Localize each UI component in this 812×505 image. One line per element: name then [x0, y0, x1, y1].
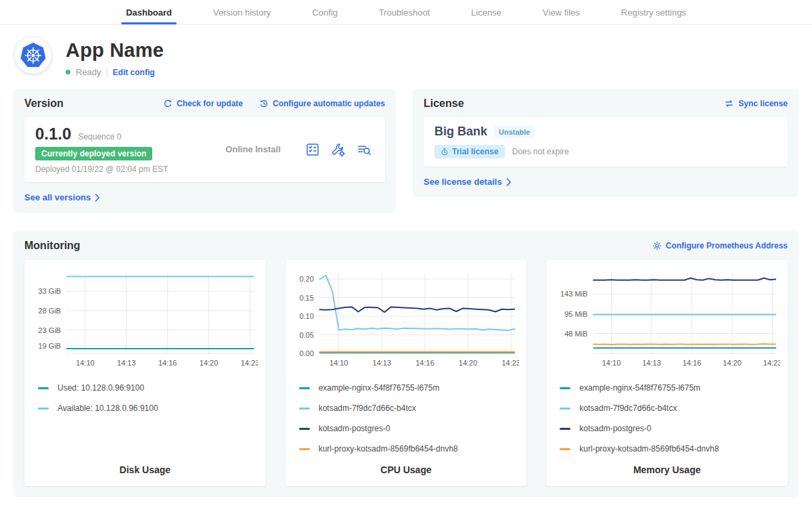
license-card: Big Bank Unstable Trial license Does not… [424, 117, 788, 167]
tab-view-files[interactable]: View files [541, 0, 581, 24]
tab-config[interactable]: Config [311, 0, 339, 24]
gear-icon [652, 241, 662, 250]
tab-dashboard[interactable]: Dashboard [125, 0, 173, 24]
tab-license[interactable]: License [470, 0, 503, 24]
preflight-checks-icon[interactable] [305, 142, 320, 157]
svg-text:19 GiB: 19 GiB [39, 342, 62, 350]
svg-text:14:13: 14:13 [373, 359, 392, 367]
chevron-right-icon [506, 178, 512, 186]
tab-version-history[interactable]: Version history [212, 0, 272, 24]
view-logs-icon[interactable] [357, 142, 371, 157]
sync-icon [724, 99, 734, 108]
svg-text:14:16: 14:16 [682, 359, 701, 367]
customer-name: Big Bank [434, 125, 487, 139]
chart-plot: 19 GiB23 GiB28 GiB33 GiB14:1014:1314:161… [32, 268, 258, 375]
monitoring-section: Monitoring Configure Prometheus Address … [14, 231, 798, 497]
legend-item: kotsadm-7f9dc7d66c-b4tcx [299, 403, 522, 413]
divider [107, 68, 108, 77]
version-number: 0.1.0 [35, 125, 71, 144]
chart-plot: 0.000.050.100.150.2014:1014:1314:1614:20… [293, 268, 519, 375]
svg-text:14:16: 14:16 [158, 359, 177, 367]
legend-color-dash [38, 408, 49, 410]
memory-usage-chart-card: 48 MiB95 MiB143 MiB14:1014:1314:1614:201… [546, 260, 788, 486]
see-all-versions-link[interactable]: See all versions [24, 192, 100, 202]
legend-label: kotsadm-postgres-0 [319, 424, 390, 433]
expiry-label: Does not expire [512, 147, 569, 156]
legend-label: kurl-proxy-kotsadm-8569fb6454-dnvh8 [579, 444, 719, 454]
legend-color-dash [560, 428, 570, 430]
legend-item: kotsadm-postgres-0 [299, 424, 522, 433]
svg-text:14:10: 14:10 [330, 359, 348, 367]
svg-text:48 MiB: 48 MiB [564, 330, 587, 338]
tab-troubleshoot[interactable]: Troubleshoot [378, 0, 431, 24]
page-title: App Name [66, 39, 164, 62]
legend-item: Available: 10.128.0.96:9100 [38, 403, 261, 413]
sequence-label: Sequence 0 [78, 132, 121, 141]
tab-registry-settings[interactable]: Registry settings [620, 0, 687, 24]
svg-text:143 MiB: 143 MiB [560, 290, 587, 298]
legend-label: example-nginx-54f8f76755-l675m [579, 383, 700, 393]
ready-status-dot [66, 70, 70, 74]
current-version-card: 0.1.0 Sequence 0 Currently deployed vers… [24, 117, 385, 182]
svg-text:14:10: 14:10 [602, 359, 621, 367]
chart-plot: 48 MiB95 MiB143 MiB14:1014:1314:1614:201… [554, 268, 780, 375]
install-type-label: Online Install [201, 144, 305, 154]
legend-label: kurl-proxy-kotsadm-8569fb6454-dnvh8 [319, 444, 458, 454]
svg-text:28 GiB: 28 GiB [39, 307, 62, 315]
top-nav: DashboardVersion historyConfigTroublesho… [0, 0, 812, 25]
svg-text:14:10: 14:10 [76, 359, 95, 367]
svg-text:14:20: 14:20 [200, 359, 219, 367]
svg-text:0.05: 0.05 [299, 331, 313, 339]
chevron-right-icon [95, 194, 100, 202]
legend-item: kotsadm-postgres-0 [560, 424, 782, 433]
refresh-icon [163, 99, 173, 108]
kubernetes-logo-icon [20, 42, 47, 69]
legend-label: Used: 10.128.0.96:9100 [58, 383, 144, 393]
svg-text:0.15: 0.15 [299, 294, 313, 302]
svg-text:33 GiB: 33 GiB [39, 287, 62, 295]
svg-text:14:16: 14:16 [415, 359, 434, 367]
legend-item: Used: 10.128.0.96:9100 [38, 383, 261, 393]
svg-text:14:23: 14:23 [763, 359, 780, 367]
svg-text:95 MiB: 95 MiB [564, 310, 587, 318]
app-status-label: Ready [76, 67, 102, 77]
svg-text:14:13: 14:13 [642, 359, 661, 367]
svg-text:14:13: 14:13 [117, 359, 136, 367]
legend-color-dash [560, 387, 570, 389]
legend-color-dash [560, 408, 570, 410]
legend-item: kotsadm-7f9dc7d66c-b4tcx [560, 403, 782, 413]
svg-text:14:20: 14:20 [723, 359, 742, 367]
edit-config-link[interactable]: Edit config [113, 68, 155, 77]
legend-color-dash [299, 448, 310, 450]
chart-legend: example-nginx-54f8f76755-l675mkotsadm-7f… [299, 383, 522, 454]
legend-color-dash [299, 387, 310, 389]
license-section: License Sync license Big Bank Unstable [413, 89, 798, 197]
channel-badge: Unstable [494, 126, 535, 138]
version-section-title: Version [24, 97, 64, 110]
configure-prometheus-link[interactable]: Configure Prometheus Address [652, 241, 788, 250]
check-for-update-link[interactable]: Check for update [163, 99, 243, 108]
svg-text:0.20: 0.20 [299, 275, 313, 283]
configure-automatic-updates-link[interactable]: Configure automatic updates [259, 99, 385, 108]
trial-license-badge: Trial license [434, 145, 505, 158]
see-license-details-link[interactable]: See license details [424, 177, 512, 187]
disk-usage-chart-card: 19 GiB23 GiB28 GiB33 GiB14:1014:1314:161… [24, 260, 266, 486]
legend-label: kotsadm-postgres-0 [579, 424, 651, 433]
app-logo [15, 37, 51, 74]
svg-text:14:20: 14:20 [459, 359, 478, 367]
legend-item: example-nginx-54f8f76755-l675m [299, 383, 522, 393]
svg-text:14:23: 14:23 [241, 359, 258, 367]
legend-item: kurl-proxy-kotsadm-8569fb6454-dnvh8 [560, 444, 782, 454]
chart-title: Memory Usage [551, 454, 782, 475]
config-wrench-icon[interactable] [331, 142, 346, 157]
deployed-timestamp: Deployed 01/19/22 @ 02:04 pm EST [35, 164, 201, 174]
timer-icon [441, 148, 449, 156]
sync-license-link[interactable]: Sync license [724, 99, 788, 108]
app-header: App Name Ready Edit config [0, 25, 812, 77]
chart-legend: example-nginx-54f8f76755-l675mkotsadm-7f… [560, 383, 782, 454]
svg-text:23 GiB: 23 GiB [39, 326, 62, 334]
license-section-title: License [424, 97, 464, 110]
legend-color-dash [299, 408, 310, 410]
legend-color-dash [560, 448, 570, 450]
legend-label: example-nginx-54f8f76755-l675m [319, 383, 440, 393]
